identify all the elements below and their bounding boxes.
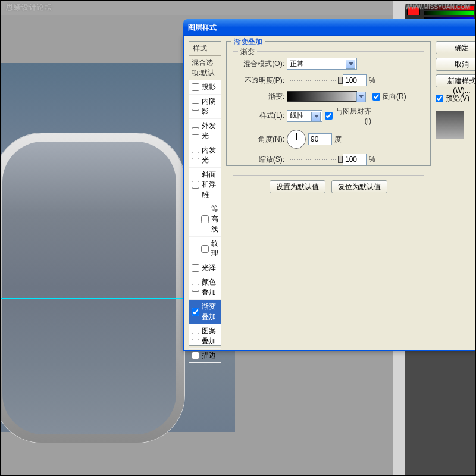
rounded-rect-shape [0,133,184,443]
opacity-input[interactable] [343,74,367,86]
style-label-11: 描边 [202,350,216,361]
guide-vertical [30,63,30,432]
style-check-7[interactable] [192,264,199,272]
preview-check-input[interactable] [436,95,443,102]
style-label-2: 外发光 [202,121,218,141]
style-item-7[interactable]: 光泽 [189,261,221,275]
gradient-overlay-group: 渐变叠加 渐变 混合模式(O): 正常 不透明度(P): % [226,41,431,166]
style-check-2[interactable] [192,127,199,135]
style-label-6: 纹理 [211,239,218,259]
angle-dial[interactable] [287,130,306,149]
style-check-3[interactable] [192,152,199,159]
group-legend: 渐变叠加 [231,37,265,47]
watermark-text-left: 思缘设计论坛 [6,2,52,12]
style-label-8: 颜色叠加 [202,277,218,298]
style-label-4: 斜面和浮雕 [202,170,218,200]
styles-list-box: 样式 混合选项:默认 投影内阴影外发光内发光斜面和浮雕等高线纹理光泽颜色叠加渐变… [189,41,221,346]
style-item-8[interactable]: 颜色叠加 [189,275,221,300]
style-check-1[interactable] [192,103,199,111]
opacity-slider[interactable] [287,80,340,81]
style-select[interactable]: 线性 [287,110,322,122]
style-label: 样式(L): [238,111,284,121]
dialog-title: 图层样式 [188,23,217,33]
style-label-3: 内发光 [202,145,218,165]
ok-button[interactable]: 确定 [436,41,476,54]
scale-slider[interactable] [287,159,340,160]
preview-checkbox[interactable]: 预览(V) [436,93,476,104]
style-label-5: 等高线 [211,204,218,234]
reverse-check-input[interactable] [372,93,380,101]
style-item-11[interactable]: 描边 [189,349,221,363]
style-label-1: 内阴影 [202,96,218,117]
gradient-label: 渐变: [238,92,284,102]
preview-swatch [436,111,464,139]
scale-input[interactable] [343,154,367,165]
style-check-5[interactable] [201,215,209,223]
style-check-0[interactable] [192,83,199,91]
style-label-7: 光泽 [202,263,216,273]
layer-style-dialog: 图层样式 样式 混合选项:默认 投影内阴影外发光内发光斜面和浮雕等高线纹理光泽颜… [183,36,476,351]
style-item-5[interactable]: 等高线 [189,202,221,237]
style-check-10[interactable] [192,333,199,340]
align-check-input[interactable] [325,112,333,120]
dialog-titlebar[interactable]: 图层样式 [183,19,476,36]
inner-legend: 渐变 [238,47,257,57]
style-item-4[interactable]: 斜面和浮雕 [189,168,221,202]
reverse-checkbox[interactable]: 反向(R) [372,92,419,102]
style-item-0[interactable]: 投影 [189,80,221,95]
cancel-button[interactable]: 取消 [436,58,476,71]
scale-suffix: % [369,155,375,164]
angle-label: 角度(N): [238,134,284,145]
set-default-button[interactable]: 设置为默认值 [270,180,325,193]
gradient-inner-group: 渐变 混合模式(O): 正常 不透明度(P): % 渐变 [233,51,424,176]
style-item-2[interactable]: 外发光 [189,119,221,143]
blend-mode-label: 混合模式(O): [238,59,284,69]
style-check-9[interactable] [192,308,199,316]
opacity-label: 不透明度(P): [238,76,284,86]
style-item-1[interactable]: 内阴影 [189,95,221,119]
style-item-9[interactable]: 渐变叠加 [189,300,221,324]
style-label-0: 投影 [202,82,216,92]
style-check-8[interactable] [192,284,199,292]
style-item-3[interactable]: 内发光 [189,143,221,168]
opacity-suffix: % [369,76,375,84]
scale-label: 缩放(S): [238,155,284,165]
style-check-6[interactable] [201,245,209,253]
style-check-4[interactable] [192,181,199,189]
style-label-9: 渐变叠加 [202,302,218,322]
angle-input[interactable] [308,133,332,145]
styles-header[interactable]: 样式 [189,42,221,56]
style-item-10[interactable]: 图案叠加 [189,324,221,349]
style-label-10: 图案叠加 [202,326,218,346]
style-check-11[interactable] [192,352,199,359]
blend-mode-select[interactable]: 正常 [287,58,357,70]
watermark-text-right: WWW.MISSYUAN.COM [405,4,470,10]
style-item-6[interactable]: 纹理 [189,237,221,261]
reset-default-button[interactable]: 复位为默认值 [331,180,387,193]
align-checkbox[interactable]: 与图层对齐(I) [325,107,371,125]
angle-suffix: 度 [334,134,342,145]
gradient-preview[interactable] [287,91,357,102]
new-style-button[interactable]: 新建样式(W)... [436,74,476,87]
blend-options-default[interactable]: 混合选项:默认 [189,56,221,80]
